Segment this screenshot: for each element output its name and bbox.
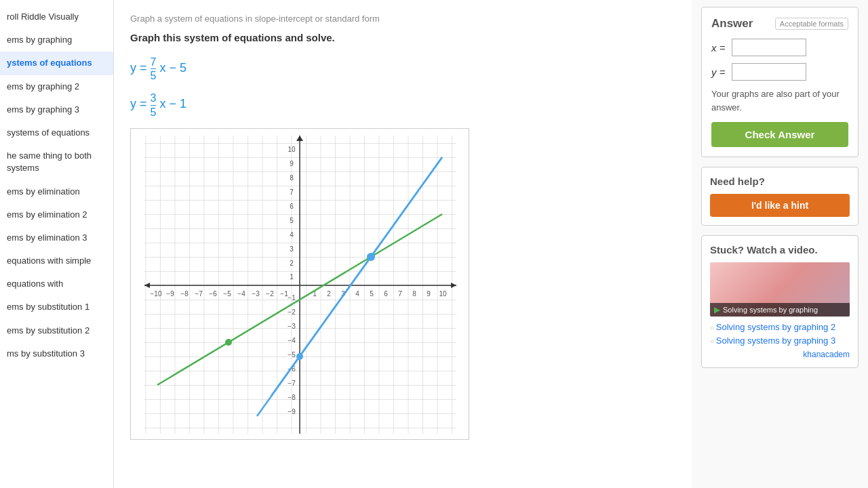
blue-yintercept-dot[interactable]	[296, 353, 303, 360]
sidebar-item-4[interactable]: ems by graphing 3	[0, 98, 113, 121]
x-answer-row: x =	[711, 39, 848, 56]
sidebar-item-11[interactable]: equations with	[0, 272, 113, 296]
svg-text:10: 10	[288, 146, 296, 153]
sidebar-item-6[interactable]: he same thing to both systems	[0, 144, 113, 180]
svg-text:2: 2	[290, 260, 294, 267]
svg-text:6: 6	[384, 290, 388, 298]
svg-text:−10: −10	[151, 290, 162, 298]
svg-text:−1: −1	[288, 294, 296, 302]
sidebar-item-10[interactable]: equations with simple	[0, 249, 113, 272]
svg-text:−2: −2	[288, 308, 296, 316]
svg-text:−8: −8	[288, 394, 296, 401]
sidebar-item-2[interactable]: ystems of equations	[0, 52, 113, 75]
eq2-suffix: x − 1	[159, 98, 186, 111]
sidebar-item-7[interactable]: ems by elimination	[0, 180, 113, 203]
svg-text:4: 4	[355, 290, 359, 298]
svg-text:5: 5	[370, 290, 374, 298]
video-label: ▶ Solving systems by graphing	[710, 303, 850, 317]
main-content: Graph a system of equations in slope-int…	[114, 0, 692, 488]
video-title: Stuck? Watch a video.	[710, 244, 850, 256]
svg-text:−2: −2	[266, 290, 274, 298]
svg-text:9: 9	[290, 160, 294, 167]
graph-container[interactable]: −10 −9 −8 −7 −6 −5 −4 −3 −2 −1 1 2 3 4 5…	[130, 128, 469, 440]
svg-text:4: 4	[290, 231, 294, 239]
help-title: Need help?	[710, 176, 850, 187]
sidebar: roll Riddle Visually ems by graphing yst…	[0, 0, 114, 488]
svg-text:3: 3	[290, 245, 294, 253]
sidebar-item-12[interactable]: ems by substitution 1	[0, 296, 113, 319]
y-input[interactable]	[732, 63, 806, 81]
svg-text:5: 5	[290, 217, 294, 224]
eq1-prefix: y =	[130, 61, 151, 75]
eq2-prefix: y =	[130, 98, 151, 111]
svg-rect-1	[144, 136, 456, 434]
svg-text:8: 8	[412, 290, 416, 298]
svg-text:−7: −7	[195, 290, 203, 298]
equation-1: y = 7 5 x − 5	[130, 56, 675, 82]
related-link-1[interactable]: Solving systems by graphing 3	[710, 336, 850, 346]
x-input[interactable]	[732, 39, 806, 56]
green-dot-1[interactable]	[225, 339, 232, 346]
khan-footer: khanacadem	[710, 350, 850, 359]
svg-text:9: 9	[427, 290, 431, 298]
graph-svg[interactable]: −10 −9 −8 −7 −6 −5 −4 −3 −2 −1 1 2 3 4 5…	[130, 128, 469, 440]
eq2-fraction: 3 5	[151, 92, 157, 118]
sidebar-item-8[interactable]: ems by elimination 2	[0, 203, 113, 226]
svg-text:7: 7	[398, 290, 402, 298]
help-box: Need help? I'd like a hint	[701, 167, 859, 226]
svg-text:−8: −8	[180, 290, 189, 298]
sidebar-item-13[interactable]: ems by substitution 2	[0, 319, 113, 342]
svg-text:−6: −6	[209, 290, 217, 298]
svg-text:2: 2	[327, 290, 331, 298]
svg-text:−9: −9	[288, 408, 296, 415]
sidebar-item-9[interactable]: ems by elimination 3	[0, 226, 113, 249]
hint-button[interactable]: I'd like a hint	[710, 194, 850, 217]
sidebar-item-0[interactable]: roll Riddle Visually	[0, 5, 113, 28]
answer-note: Your graphs are also part of your answer…	[711, 87, 848, 114]
sidebar-item-3[interactable]: ems by graphing 2	[0, 75, 113, 98]
equation-2: y = 3 5 x − 1	[130, 92, 675, 118]
svg-text:8: 8	[290, 174, 294, 182]
eq1-fraction: 7 5	[151, 56, 157, 82]
svg-text:−9: −9	[166, 290, 174, 298]
page-subtitle: Graph a system of equations in slope-int…	[130, 14, 675, 24]
svg-text:1: 1	[290, 273, 294, 281]
svg-text:−4: −4	[288, 337, 296, 344]
y-label: y =	[711, 66, 732, 78]
right-panel: Answer Acceptable formats x = y = Your g…	[692, 0, 868, 488]
svg-text:−7: −7	[288, 380, 296, 387]
answer-header: Answer Acceptable formats	[711, 17, 848, 30]
answer-title: Answer	[711, 17, 753, 30]
svg-text:−3: −3	[288, 323, 296, 330]
svg-text:7: 7	[290, 188, 294, 196]
acceptable-formats-button[interactable]: Acceptable formats	[775, 18, 848, 30]
related-link-0[interactable]: Solving systems by graphing 2	[710, 322, 850, 332]
svg-text:−5: −5	[288, 351, 296, 359]
sidebar-item-1[interactable]: ems by graphing	[0, 28, 113, 52]
svg-text:6: 6	[290, 203, 294, 210]
video-play-icon: ▶	[714, 305, 720, 314]
eq1-suffix: x − 5	[159, 61, 186, 75]
svg-text:−4: −4	[237, 290, 245, 298]
x-label: x =	[711, 42, 732, 54]
y-answer-row: y =	[711, 63, 848, 81]
problem-title: Graph this system of equations and solve…	[130, 32, 675, 43]
video-label-text: Solving systems by graphing	[723, 306, 818, 314]
svg-text:−3: −3	[252, 290, 260, 298]
video-thumbnail[interactable]: ▶ Solving systems by graphing	[710, 262, 850, 317]
sidebar-item-5[interactable]: systems of equations	[0, 121, 113, 144]
video-box: Stuck? Watch a video. ▶ Solving systems …	[701, 235, 859, 368]
svg-text:10: 10	[439, 290, 447, 298]
check-answer-button[interactable]: Check Answer	[711, 122, 848, 147]
svg-text:−5: −5	[223, 290, 231, 298]
answer-box: Answer Acceptable formats x = y = Your g…	[701, 7, 859, 157]
sidebar-item-14[interactable]: ms by substitution 3	[0, 342, 113, 365]
